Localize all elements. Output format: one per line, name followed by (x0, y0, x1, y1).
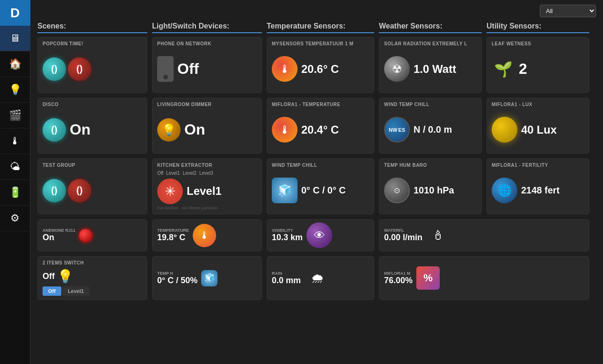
card-wind2-title: WIND TEMP CHILL (272, 163, 369, 168)
card-livingroom-value: On (184, 121, 205, 138)
card-leaf-value: 2 (519, 60, 527, 78)
card-moisture-value: 76.00% (384, 276, 413, 285)
card-temp-row4-value: 19.8° C (157, 233, 189, 243)
light-icon: 💡 (9, 84, 22, 96)
sidebar-item-light[interactable]: 💡 (0, 77, 30, 103)
tab-level1[interactable]: Level1 (62, 286, 89, 296)
globe-icon: 🌐 (492, 178, 517, 203)
cards-row3: TEST GROUP () () KITCHEN EXTRACTOR Off L… (37, 158, 596, 214)
test-bracket1-icon: () (51, 185, 57, 196)
sun-temp-icon: 🌡 (272, 56, 298, 82)
sidebar-item-film[interactable]: 🎬 (0, 103, 30, 128)
level-off[interactable]: Off (157, 171, 163, 176)
card-test-group-title: TEST GROUP (43, 163, 142, 168)
section-headers: Scenes: Light/Switch Devices: Temperatur… (37, 22, 596, 33)
card-rain-value: 0.0 mm (272, 276, 301, 285)
card-wind-body: NWES N / 0.0 m (384, 110, 477, 150)
card-disco-body: () On (43, 110, 142, 150)
card-visibility[interactable]: VISIBILITY 10.3 km 👁 (267, 219, 374, 251)
card-kitchen[interactable]: KITCHEN EXTRACTOR Off Level1 Level2 Leve… (152, 158, 262, 214)
section-light: Light/Switch Devices: (152, 22, 262, 33)
card-waterflow[interactable]: WATERFL 0.00 l/min 🕯 (379, 219, 589, 251)
card-livingroom-body: 💡 On (157, 110, 257, 150)
card-wind-title: WIND TEMP CHILL (384, 102, 477, 107)
card-miflora-lux-value: 40 Lux (521, 123, 557, 136)
card-waterflow-value: 0.00 l/min (384, 233, 422, 243)
sidebar-item-battery[interactable]: 🔋 (0, 180, 30, 206)
test-red-button[interactable]: () (68, 179, 91, 202)
water-drop-icon: 🕯 (426, 224, 450, 247)
card-kitchen-value: Level1 (187, 185, 222, 198)
card-wind2[interactable]: WIND TEMP CHILL 🧊 0° C / 0° C (267, 158, 374, 214)
card-temp-row4[interactable]: TEMPERATURE 19.8° C 🌡 (152, 219, 262, 251)
card-temp-hum[interactable]: TEMP H 0° C / 50% 🧊 (152, 256, 262, 300)
card-kitchen-footer: five kitchen six kittens pancake (157, 206, 257, 210)
card-fertility[interactable]: MIFLORA1 - FERTILITY 🌐 2148 fert (487, 158, 589, 214)
card-solar-body: ☢ 1.0 Watt (384, 49, 477, 89)
filter-select[interactable]: All Favorites Active (540, 5, 596, 17)
red-button-1[interactable]: () (68, 57, 91, 81)
card-miflora-lux-title: MIFLORA1 - LUX (492, 102, 584, 107)
card-mysensors-value: 20.6° C (301, 63, 339, 76)
card-baro[interactable]: TEMP HUM BARO ⊙ 1010 hPa (379, 158, 482, 214)
sidebar-item-temperature[interactable]: 🌡 (0, 128, 30, 154)
rain-icon: 🌧 (305, 265, 330, 291)
card-phone-title: PHONE ON NETWORK (157, 41, 257, 46)
sidebar-item-cloud[interactable]: 🌤 (0, 154, 30, 180)
card-miflora-temp-value: 20.4° C (301, 123, 339, 136)
section-temperature: Temperature Sensors: (267, 22, 374, 33)
card-leaf-title: LEAF WETNESS (492, 41, 584, 46)
tab-off[interactable]: Off (43, 286, 61, 296)
card-solar[interactable]: SOLAR RADIATION EXTREMELY L ☢ 1.0 Watt (379, 37, 482, 93)
bulb-on-icon: 💡 (157, 118, 181, 142)
card-leaf[interactable]: LEAF WETNESS 🌱 2 (487, 37, 589, 93)
sidebar-item-monitor[interactable]: 🖥 (0, 26, 30, 51)
card-anemone-title: ANEMONE RJ11 (43, 228, 75, 233)
card-phone[interactable]: PHONE ON NETWORK Off (152, 37, 262, 93)
section-utility: Utility Sensors: (487, 22, 589, 33)
card-temp-row4-title: TEMPERATURE (157, 228, 189, 233)
sidebar-logo[interactable]: D (0, 0, 30, 26)
card-fertility-body: 🌐 2148 fert (492, 171, 584, 210)
card-solar-title: SOLAR RADIATION EXTREMELY L (384, 41, 477, 46)
card-livingroom[interactable]: LIVINGROOM DIMMER 💡 On (152, 98, 262, 154)
card-miflora-temp[interactable]: MIFLORA1 - TEMPERATURE 🌡 20.4° C (267, 98, 374, 154)
card-disco[interactable]: DISCO () On (37, 98, 147, 154)
card-2items-tabs: Off Level1 (43, 286, 142, 296)
top-bar: All Favorites Active (37, 5, 596, 17)
card-wind[interactable]: WIND TEMP CHILL NWES N / 0.0 m (379, 98, 482, 154)
card-mysensors-temp[interactable]: MYSENSORS TEMPERATUUR 1 M 🌡 20.6° C (267, 37, 374, 93)
sidebar-item-settings[interactable]: ⚙ (0, 206, 30, 231)
sidebar-item-home[interactable]: 🏠 (0, 51, 30, 77)
test-teal-button[interactable]: () (43, 179, 66, 202)
fan-icon: ✳ (157, 178, 183, 204)
section-weather: Weather Sensors: (379, 22, 482, 33)
level-3[interactable]: Level3 (199, 171, 213, 176)
card-2items[interactable]: 2 ITEMS SWITCH Off 💡 Off Level1 (37, 256, 147, 300)
card-kitchen-title: KITCHEN EXTRACTOR (157, 163, 257, 168)
teal-button-1[interactable]: () (43, 57, 66, 81)
card-test-group[interactable]: TEST GROUP () () (37, 158, 147, 214)
disco-button[interactable]: () (43, 118, 66, 142)
card-miflora-lux[interactable]: MIFLORA1 - LUX 40 Lux (487, 98, 589, 154)
card-wind2-body: 🧊 0° C / 0° C (272, 171, 369, 210)
thermometer-icon: 🌡 (10, 135, 20, 147)
level-2[interactable]: Level2 (183, 171, 196, 176)
card-anemone[interactable]: ANEMONE RJ11 On (37, 219, 147, 251)
eye-icon: 👁 (306, 222, 332, 248)
card-rain[interactable]: RAIN 0.0 mm 🌧 (267, 256, 374, 300)
nuclear-icon: ☢ (384, 56, 410, 82)
led-red-icon (79, 229, 92, 242)
card-baro-body: ⊙ 1010 hPa (384, 171, 477, 210)
card-kitchen-body: ✳ Level1 (157, 178, 257, 205)
gauge-icon: ⊙ (384, 178, 410, 203)
leaf-icon: 🌱 (492, 57, 515, 81)
bracket-left-icon: () (51, 64, 57, 74)
card-popcorn[interactable]: POPCORN TIME! () () (37, 37, 147, 93)
level-1[interactable]: Level1 (166, 171, 180, 176)
test-bracket2-icon: () (76, 185, 82, 196)
card-wind2-value: 0° C / 0° C (301, 185, 346, 196)
sidebar: D 🖥 🏠 💡 🎬 🌡 🌤 🔋 ⚙ (0, 0, 30, 364)
card-moisture[interactable]: MIFLORA1 M 76.00% % (379, 256, 589, 300)
gold-orb-icon (492, 117, 517, 143)
